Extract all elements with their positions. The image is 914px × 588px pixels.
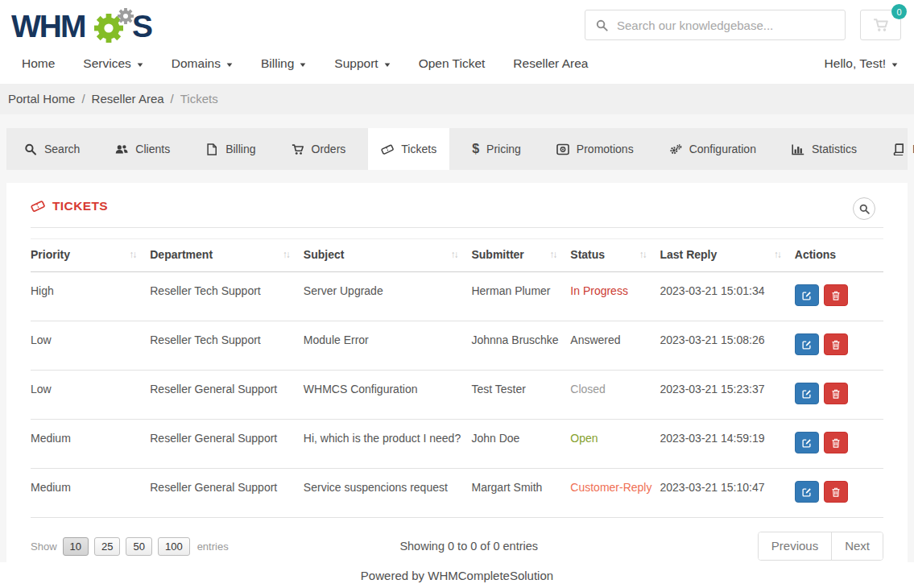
tab-orders[interactable]: Orders: [279, 128, 359, 170]
cell-text: Test Tester: [471, 383, 525, 395]
nav-item-reseller-area[interactable]: Reseller Area: [513, 56, 588, 71]
column-header-last-reply[interactable]: Last Reply↑↓: [660, 239, 795, 272]
cell-text: Johnna Bruschke: [471, 333, 558, 346]
trash-icon: [831, 340, 841, 350]
tab-clients[interactable]: Clients: [102, 128, 183, 170]
page-size-50-button[interactable]: 50: [126, 537, 151, 556]
file-icon: [205, 143, 218, 155]
caret-down-icon: [384, 63, 391, 67]
tab-documentation[interactable]: Documentation: [879, 128, 914, 170]
previous-button[interactable]: Previous: [759, 532, 832, 560]
tickets-table: Priority↑↓Department↑↓Subject↑↓Submitter…: [31, 238, 883, 518]
nav-item-label: Billing: [261, 56, 294, 71]
cell-department: Reseller General Support: [150, 469, 304, 518]
cell-status: Customer-Reply: [570, 469, 660, 518]
cell-text: High: [31, 284, 54, 297]
cell-subject: Hi, which is the product I need?: [304, 420, 472, 469]
breadcrumb-item-portal-home[interactable]: Portal Home: [8, 92, 75, 106]
page-size-100-button[interactable]: 100: [158, 537, 190, 556]
cart-count-badge: 0: [891, 4, 907, 19]
sort-icon: ↑↓: [283, 249, 289, 260]
cell-text: 2023-03-21 15:23:37: [660, 383, 765, 395]
edit-icon: [802, 487, 812, 497]
panel-title: TICKETS: [31, 199, 883, 213]
cell-submitter: Test Tester: [471, 371, 570, 420]
breadcrumb-separator: /: [81, 92, 85, 106]
breadcrumb-item-reseller-area[interactable]: Reseller Area: [92, 92, 164, 106]
page-size-controls: Show 102550100 entries: [31, 537, 229, 556]
nav-item-open-ticket[interactable]: Open Ticket: [419, 56, 486, 71]
cell-last-reply: 2023-03-21 15:23:37: [660, 371, 795, 420]
delete-ticket-button[interactable]: [824, 432, 848, 453]
cell-priority: Low: [31, 371, 150, 420]
tab-statistics[interactable]: Statistics: [779, 128, 870, 170]
tab-configuration[interactable]: Configuration: [656, 128, 769, 170]
column-header-status[interactable]: Status↑↓: [570, 239, 660, 272]
powered-by-link[interactable]: Powered by WHMCompleteSolution: [361, 569, 553, 582]
tab-promotions[interactable]: Promotions: [544, 128, 647, 170]
edit-ticket-button[interactable]: [795, 432, 819, 453]
nav-item-label: Domains: [172, 56, 221, 71]
edit-ticket-button[interactable]: [795, 333, 819, 355]
edit-icon: [802, 438, 812, 448]
cell-priority: Medium: [31, 420, 150, 469]
cell-submitter: Herman Plumer: [471, 272, 570, 321]
column-header-department[interactable]: Department↑↓: [150, 239, 304, 272]
table-search-button[interactable]: [853, 197, 875, 220]
cell-text: Medium: [31, 481, 71, 494]
cell-text: Low: [31, 383, 52, 395]
delete-ticket-button[interactable]: [824, 333, 848, 355]
user-menu[interactable]: Hello, Test!: [825, 56, 898, 71]
edit-ticket-button[interactable]: [795, 284, 819, 306]
nav-item-home[interactable]: Home: [22, 56, 55, 71]
nav-item-services[interactable]: Services: [83, 56, 143, 71]
delete-ticket-button[interactable]: [824, 481, 848, 503]
breadcrumb-item-tickets: Tickets: [180, 92, 218, 106]
cell-submitter: John Doe: [471, 420, 570, 469]
chart-icon: [792, 143, 804, 155]
cell-text: Reseller General Support: [150, 383, 277, 395]
cell-text: Medium: [31, 432, 71, 445]
status-badge: Closed: [570, 383, 606, 395]
table-row: MediumReseller General SupportHi, which …: [31, 420, 883, 469]
cell-department: Reseller Tech Support: [150, 321, 304, 371]
caret-down-icon: [137, 63, 143, 67]
cell-text: Module Error: [304, 333, 369, 346]
nav-item-domains[interactable]: Domains: [172, 56, 233, 71]
cell-actions: [795, 371, 883, 420]
knowledgebase-search-input[interactable]: [617, 19, 834, 32]
cell-text: Margart Smith: [471, 481, 542, 494]
page-size-10-button[interactable]: 10: [63, 537, 89, 556]
cell-text: Reseller Tech Support: [150, 284, 260, 297]
logo-text-whm: WHM: [11, 9, 85, 43]
cell-priority: High: [31, 272, 150, 321]
tab-label: Tickets: [401, 143, 436, 155]
table-body: HighReseller Tech SupportServer UpgradeH…: [31, 272, 883, 518]
delete-ticket-button[interactable]: [824, 383, 848, 404]
tab-tickets[interactable]: Tickets: [368, 128, 449, 170]
nav-item-support[interactable]: Support: [334, 56, 390, 71]
tab-pricing[interactable]: $Pricing: [459, 128, 534, 170]
cell-text: 2023-03-21 14:59:19: [660, 432, 765, 445]
edit-ticket-button[interactable]: [795, 481, 819, 503]
tab-search[interactable]: Search: [11, 128, 93, 170]
column-header-submitter[interactable]: Submitter↑↓: [471, 239, 570, 272]
column-header-priority[interactable]: Priority↑↓: [31, 239, 150, 272]
cell-status: In Progress: [570, 272, 660, 321]
tab-billing[interactable]: Billing: [192, 128, 268, 170]
table-header-row: Priority↑↓Department↑↓Subject↑↓Submitter…: [31, 239, 883, 272]
tab-label: Orders: [312, 143, 346, 155]
delete-ticket-button[interactable]: [824, 284, 848, 306]
cart-button[interactable]: 0: [860, 10, 901, 40]
breadcrumb-separator: /: [171, 92, 174, 106]
cart-icon: [873, 18, 889, 32]
next-button[interactable]: Next: [832, 532, 883, 560]
whmcs-logo[interactable]: WHM: [11, 8, 163, 48]
edit-ticket-button[interactable]: [795, 383, 819, 404]
column-header-subject[interactable]: Subject↑↓: [304, 239, 472, 272]
cell-status: Open: [570, 420, 660, 469]
tab-label: Statistics: [812, 143, 857, 155]
top-bar: WHM: [0, 0, 914, 50]
nav-item-billing[interactable]: Billing: [261, 56, 306, 71]
page-size-25-button[interactable]: 25: [94, 537, 120, 556]
